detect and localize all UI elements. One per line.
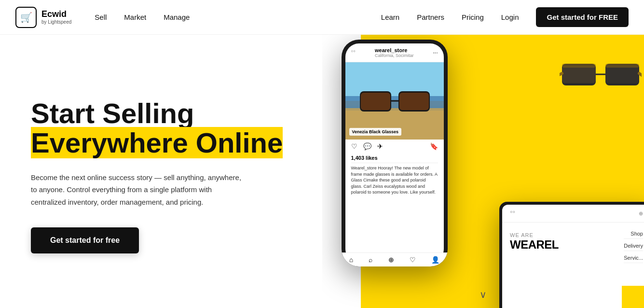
nav-pricing[interactable]: Pricing	[462, 13, 484, 21]
nav-sell[interactable]: Sell	[95, 13, 107, 21]
hero-title-line1: Start Selling	[31, 98, 194, 129]
phone-header: °° wearel_store California, Socimitar ··…	[345, 43, 444, 62]
tablet-header: °° ⊕	[502, 205, 644, 223]
tablet-nav-service: Servic...	[624, 253, 643, 263]
phone-user-info: wearel_store California, Socimitar	[375, 47, 414, 58]
cart-icon: 🛒	[20, 12, 32, 23]
hero-section: Start Selling Everywhere Online Become t…	[0, 35, 644, 308]
phone-likes-count: 1,403 likes	[351, 153, 438, 163]
phone-share-icon: ✈	[377, 142, 383, 150]
phone-caption: Wearel_store Hooray! The new model of fr…	[345, 165, 444, 196]
phone-product-name: Venezia Black Glasses	[349, 128, 402, 136]
tablet-subtitle: WE ARE	[510, 232, 643, 238]
logo-text: Ecwid by Lightspeed	[41, 10, 71, 25]
tablet-nav: Shop Delivery Servic...	[624, 229, 643, 263]
hero-left: Start Selling Everywhere Online Become t…	[0, 35, 322, 308]
hero-title: Start Selling Everywhere Online	[31, 99, 299, 158]
phone-bookmark-icon: 🔖	[430, 142, 438, 150]
logo[interactable]: 🛒 Ecwid by Lightspeed	[15, 7, 71, 28]
hero-description: Become the next online success story — s…	[31, 171, 243, 209]
nav-manage[interactable]: Manage	[164, 13, 190, 21]
phone-more-icon: ···	[433, 49, 438, 56]
svg-rect-4	[605, 66, 639, 83]
nav-login[interactable]: Login	[501, 13, 519, 21]
phone-search-nav-icon: ⌕	[369, 256, 372, 263]
tablet-logo-dots: °°	[510, 210, 515, 217]
phone-comment-icon: 💬	[363, 142, 371, 150]
svg-line-5	[560, 73, 562, 76]
nav-left: Sell Market Manage	[95, 13, 190, 21]
logo-subtitle: by Lightspeed	[41, 19, 71, 25]
phone-bottom-nav: ⌂ ⌕ ⊕ ♡ 👤	[345, 252, 444, 263]
hero-cta-button[interactable]: Get started for free	[31, 227, 139, 253]
phone-profile-icon: 👤	[431, 256, 439, 263]
phone-product-image: Venezia Black Glasses	[345, 62, 444, 140]
tablet-brand-name: WEAREL	[510, 238, 643, 252]
phone-add-icon: ⊕	[388, 256, 394, 263]
tablet-header-icon: ⊕	[639, 210, 643, 217]
svg-rect-3	[562, 66, 596, 83]
phone-home-icon: ⌂	[349, 256, 353, 263]
phone-location: California, Socimitar	[375, 53, 414, 58]
scroll-chevron[interactable]: ∨	[480, 289, 487, 300]
sunglasses-decoration	[557, 35, 644, 122]
tablet-nav-delivery: Delivery	[624, 241, 643, 251]
nav-learn[interactable]: Learn	[381, 13, 399, 21]
nav-market[interactable]: Market	[124, 13, 146, 21]
phone-username: wearel_store	[375, 47, 414, 53]
phone-actions: ♡ 💬 ✈ 🔖	[345, 140, 444, 153]
phone-activity-icon: ♡	[410, 256, 416, 263]
svg-rect-16	[361, 93, 390, 110]
hero-title-line2: Everywhere Online	[31, 127, 283, 158]
tablet-nav-shop: Shop	[624, 229, 643, 239]
sunglasses-svg	[560, 49, 642, 107]
tablet-mockup: °° ⊕ Shop Delivery Servic... WE ARE WEAR…	[499, 202, 644, 308]
logo-name: Ecwid	[41, 10, 71, 19]
svg-rect-17	[399, 93, 429, 110]
nav-right: Learn Partners Pricing Login Get started…	[381, 7, 629, 27]
navbar: 🛒 Ecwid by Lightspeed Sell Market Manage…	[0, 0, 644, 35]
phone-mockup: °° wearel_store California, Socimitar ··…	[342, 40, 448, 266]
tablet-title-area: WE ARE WEAREL	[502, 223, 644, 261]
svg-rect-8	[605, 64, 639, 68]
phone-logo-dots: °°	[351, 49, 356, 56]
tablet-screen: °° ⊕ Shop Delivery Servic... WE ARE WEAR…	[502, 205, 644, 308]
svg-rect-7	[562, 64, 596, 68]
logo-icon: 🛒	[15, 7, 37, 28]
phone-screen: °° wearel_store California, Socimitar ··…	[345, 43, 444, 263]
svg-line-6	[639, 73, 642, 76]
nav-partners[interactable]: Partners	[417, 13, 444, 21]
tablet-yellow-decoration	[622, 286, 644, 308]
phone-like-icon: ♡	[351, 142, 357, 150]
nav-cta-button[interactable]: Get started for FREE	[536, 7, 629, 27]
hero-right: °° wearel_store California, Socimitar ··…	[322, 35, 644, 308]
